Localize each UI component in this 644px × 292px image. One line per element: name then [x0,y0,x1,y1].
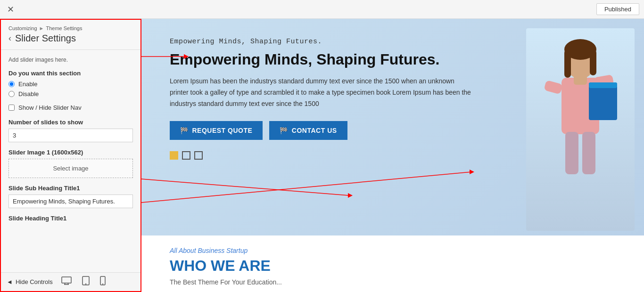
breadcrumb-parent: Customizing [8,25,37,31]
svg-line-24 [141,172,471,203]
breadcrumb-sep: ► [39,25,44,31]
hero-section: Empowering Minds, Shaping Futures. Empow… [141,19,644,235]
slider-image-label: Slider Image 1 (1600x562) [8,149,133,156]
svg-rect-16 [589,82,617,88]
radio-group: Enable Disable [8,81,133,97]
published-button[interactable]: Published [596,3,639,15]
disable-radio[interactable] [8,91,15,97]
bottom-bar: ◄ Hide Controls [1,272,140,291]
close-button[interactable]: ✕ [5,4,16,15]
select-image-label: Select image [53,165,88,172]
below-hero-section: All About Business Startup WHO WE ARE Th… [141,235,644,292]
disable-label: Disable [18,90,39,97]
svg-point-7 [102,284,103,284]
left-panel: Customizing ► Theme Settings ‹ Slider Se… [0,19,141,292]
panel-title: Slider Settings [15,33,76,44]
sub-heading-label: Slide Sub Heading Title1 [8,185,133,192]
sub-heading-input[interactable] [8,195,133,208]
hint-text: Add slider images here. [8,57,133,63]
hero-body-text: Lorem Ipsum has been the industrys stand… [170,76,471,109]
back-button[interactable]: ‹ [8,33,11,43]
num-slides-label: Number of slides to show [8,119,133,126]
hide-controls-back-icon: ◄ [7,278,13,285]
hero-heading: Empowering Minds, Shaping Futures. [170,50,471,68]
enable-radio[interactable] [8,81,15,87]
tablet-device-button[interactable] [80,275,91,289]
desktop-device-button[interactable] [59,276,74,288]
svg-marker-25 [470,170,474,174]
header-row: ‹ Slider Settings [8,33,133,44]
hide-controls-button[interactable]: ◄ Hide Controls [7,278,53,285]
enable-radio-label[interactable]: Enable [8,81,133,88]
svg-rect-17 [565,132,578,174]
who-we-are-title: WHO WE ARE [170,257,616,275]
request-quote-label: REQUEST QUOTE [192,127,253,134]
svg-point-5 [85,284,86,284]
person-svg [538,35,623,224]
enable-label: Enable [18,81,37,88]
slider-nav-checkbox-label[interactable]: Show / Hide Slider Nav [8,104,133,111]
svg-rect-19 [574,75,587,85]
image-select-box[interactable]: Select image [8,159,133,178]
hide-controls-label: Hide Controls [16,278,53,285]
svg-rect-13 [544,80,562,95]
svg-rect-10 [564,49,571,78]
disable-radio-label[interactable]: Disable [8,90,133,97]
breadcrumb: Customizing ► Theme Settings [8,25,133,31]
request-quote-icon: 🏁 [180,127,189,134]
who-we-are-text: The Best Theme For Your Education... [170,278,616,286]
svg-rect-0 [62,277,71,283]
contact-us-button[interactable]: 🏁 CONTACT US [269,121,347,140]
request-quote-button[interactable]: 🏁 REQUEST QUOTE [170,121,263,140]
svg-rect-11 [590,49,596,75]
top-bar: ✕ Published [0,0,644,19]
slider-nav-checkbox[interactable] [8,105,15,111]
contact-us-icon: 🏁 [280,127,288,134]
svg-marker-23 [348,193,353,198]
main-layout: Customizing ► Theme Settings ‹ Slider Se… [0,19,644,292]
svg-rect-18 [582,132,595,174]
who-we-are-sub: All About Business Startup [170,247,616,254]
right-preview: Empowering Minds, Shaping Futures. Empow… [141,19,644,292]
slide-heading-label: Slide Heading Title1 [8,215,133,222]
hero-image [526,28,635,231]
slider-nav-label: Show / Hide Slider Nav [18,104,82,111]
slider-dots [170,151,471,160]
hero-buttons: 🏁 REQUEST QUOTE 🏁 CONTACT US [170,121,471,140]
panel-content: Add slider images here. Do you want this… [1,50,140,272]
section-label: Do you want this section [8,70,133,77]
hero-sub-heading: Empowering Minds, Shaping Futures. [170,38,471,46]
num-slides-input[interactable] [8,129,133,142]
breadcrumb-child: Theme Settings [46,25,82,31]
slider-dot-2[interactable] [182,151,190,160]
panel-header: Customizing ► Theme Settings ‹ Slider Se… [1,20,140,50]
contact-us-label: CONTACT US [292,127,337,134]
hero-content: Empowering Minds, Shaping Futures. Empow… [170,38,471,160]
mobile-device-button[interactable] [98,275,107,289]
svg-line-22 [141,179,349,195]
slider-dot-3[interactable] [194,151,203,160]
slider-dot-1[interactable] [170,151,178,160]
